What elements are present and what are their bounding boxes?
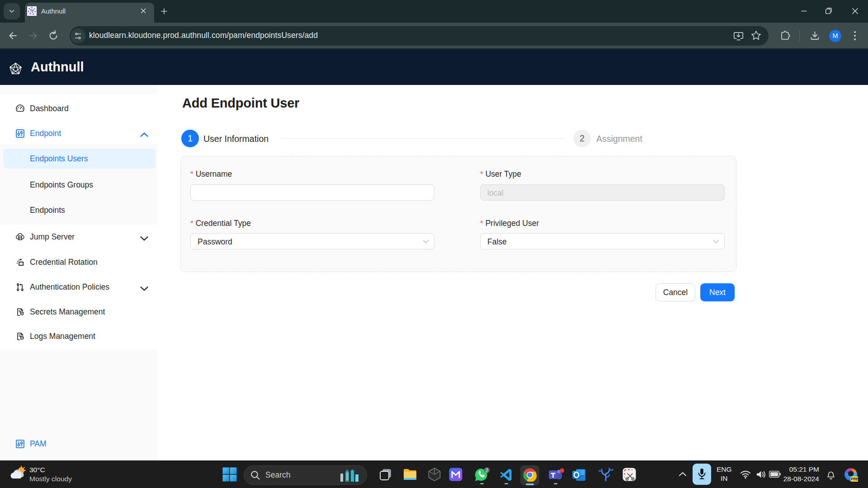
svg-text:2: 2	[486, 468, 488, 473]
svg-text:PRE: PRE	[851, 477, 858, 481]
